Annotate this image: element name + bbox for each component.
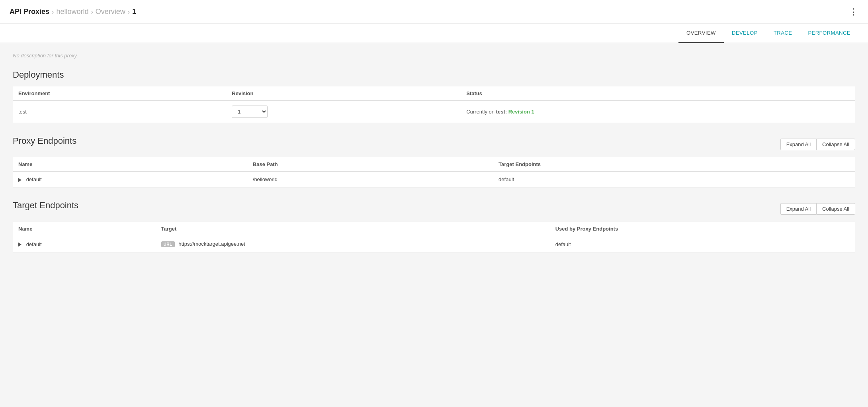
deployment-row: test 1 2 3 Currently on test: Revision 1	[13, 101, 855, 123]
deployment-status: Currently on test: Revision 1	[461, 101, 855, 123]
pe-col-target-endpoints: Target Endpoints	[493, 157, 855, 172]
proxy-endpoints-title: Proxy Endpoints	[13, 136, 76, 146]
target-endpoints-table: Name Target Used by Proxy Endpoints defa…	[13, 222, 855, 252]
target-endpoint-row: default URL https://mocktarget.apigee.ne…	[13, 236, 855, 252]
breadcrumb: API Proxies › helloworld › Overview › 1	[10, 8, 136, 16]
te-col-name: Name	[13, 222, 156, 236]
proxy-endpoints-section: Proxy Endpoints Expand All Collapse All …	[13, 136, 855, 188]
pe-col-name: Name	[13, 157, 247, 172]
breadcrumb-sep-2: ›	[91, 8, 93, 16]
col-status: Status	[461, 86, 855, 101]
tab-trace[interactable]: TRACE	[766, 24, 800, 43]
col-revision: Revision	[226, 86, 461, 101]
target-endpoints-header: Target Endpoints Expand All Collapse All	[13, 200, 855, 217]
te-target: URL https://mocktarget.apigee.net	[156, 236, 550, 252]
revision-select[interactable]: 1 2 3	[232, 106, 268, 118]
breadcrumb-api-proxies[interactable]: API Proxies	[10, 8, 49, 16]
proxy-endpoint-row: default /helloworld default	[13, 172, 855, 188]
te-name: default	[13, 236, 156, 252]
proxy-endpoints-header-row: Name Base Path Target Endpoints	[13, 157, 855, 172]
target-endpoints-collapse-all[interactable]: Collapse All	[816, 203, 855, 215]
pe-col-base-path: Base Path	[247, 157, 493, 172]
deployments-title: Deployments	[13, 70, 855, 80]
proxy-endpoints-expand-all[interactable]: Expand All	[780, 139, 816, 150]
proxy-description: No description for this proxy.	[13, 53, 855, 59]
tab-develop[interactable]: DEVELOP	[724, 24, 766, 43]
breadcrumb-overview[interactable]: Overview	[96, 8, 125, 16]
breadcrumb-helloworld[interactable]: helloworld	[56, 8, 88, 16]
deployments-section: Deployments Environment Revision Status …	[13, 70, 855, 123]
col-environment: Environment	[13, 86, 226, 101]
target-endpoints-title: Target Endpoints	[13, 200, 78, 211]
deployment-revision-cell: 1 2 3	[226, 101, 461, 123]
main-content: No description for this proxy. Deploymen…	[0, 43, 868, 407]
target-endpoints-section: Target Endpoints Expand All Collapse All…	[13, 200, 855, 252]
pe-target-endpoints: default	[493, 172, 855, 188]
page-header: API Proxies › helloworld › Overview › 1 …	[0, 0, 868, 24]
header-menu-icon[interactable]: ⋮	[849, 7, 858, 17]
tab-bar: OVERVIEW DEVELOP TRACE PERFORMANCE	[0, 24, 868, 43]
target-endpoints-buttons: Expand All Collapse All	[780, 203, 855, 215]
target-endpoints-expand-all[interactable]: Expand All	[780, 203, 816, 215]
proxy-endpoints-buttons: Expand All Collapse All	[780, 139, 855, 150]
pe-base-path: /helloworld	[247, 172, 493, 188]
proxy-endpoints-collapse-all[interactable]: Collapse All	[816, 139, 855, 150]
deployment-environment: test	[13, 101, 226, 123]
te-col-target: Target	[156, 222, 550, 236]
proxy-endpoints-header: Proxy Endpoints Expand All Collapse All	[13, 136, 855, 153]
deployments-table: Environment Revision Status test 1 2 3	[13, 86, 855, 123]
te-col-used-by: Used by Proxy Endpoints	[550, 222, 855, 236]
pe-name: default	[13, 172, 247, 188]
tab-performance[interactable]: PERFORMANCE	[800, 24, 858, 43]
url-badge: URL	[161, 241, 175, 247]
expand-arrow-target	[18, 243, 22, 247]
te-used-by: default	[550, 236, 855, 252]
target-endpoints-header-row: Name Target Used by Proxy Endpoints	[13, 222, 855, 236]
proxy-endpoints-table: Name Base Path Target Endpoints default …	[13, 157, 855, 188]
breadcrumb-sep-3: ›	[128, 8, 130, 16]
breadcrumb-sep-1: ›	[52, 8, 54, 16]
tab-overview[interactable]: OVERVIEW	[678, 24, 724, 43]
deployments-header-row: Environment Revision Status	[13, 86, 855, 101]
breadcrumb-revision: 1	[132, 8, 136, 16]
expand-arrow-proxy	[18, 178, 22, 182]
